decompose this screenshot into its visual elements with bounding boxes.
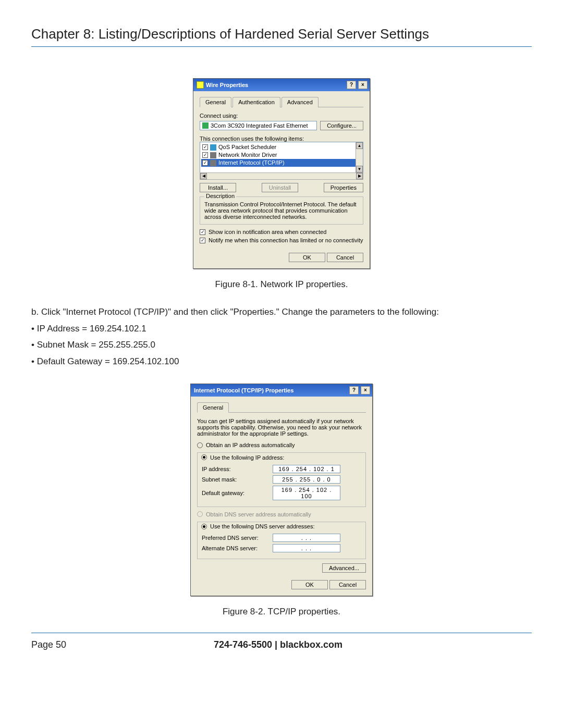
description-text: Transmission Control Protocol/Internet P… bbox=[204, 201, 359, 220]
page-number: Page 50 bbox=[31, 639, 66, 650]
use-ip-row[interactable]: Use the following IP address: bbox=[200, 454, 286, 461]
show-icon-label: Show icon in notification area when conn… bbox=[209, 229, 326, 235]
close-button[interactable]: × bbox=[358, 81, 368, 89]
use-dns-group: Use the following DNS server addresses: … bbox=[197, 522, 366, 560]
use-ip-label: Use the following IP address: bbox=[210, 454, 284, 461]
chapter-title: Chapter 8: Listing/Descriptions of Harde… bbox=[31, 26, 532, 47]
group-title: Description bbox=[204, 193, 236, 199]
tab-advanced[interactable]: Advanced bbox=[282, 97, 319, 107]
help-button[interactable]: ? bbox=[347, 81, 356, 89]
figure-2-caption: Figure 8-2. TCP/IP properties. bbox=[31, 607, 532, 617]
obtain-dns-label: Obtain DNS server address automatically bbox=[206, 511, 311, 517]
pref-dns-label: Preferred DNS server: bbox=[202, 535, 270, 541]
subnet-mask-field[interactable]: 255 . 255 . 0 . 0 bbox=[273, 475, 340, 484]
radio-icon[interactable] bbox=[201, 454, 207, 460]
intro-text: You can get IP settings assigned automat… bbox=[197, 418, 366, 437]
advanced-button[interactable]: Advanced... bbox=[322, 563, 366, 573]
notify-label: Notify me when this connection has limit… bbox=[209, 237, 363, 243]
connect-using-label: Connect using: bbox=[200, 113, 363, 119]
figure-2: Internet Protocol (TCP/IP) Properties ? … bbox=[31, 384, 532, 617]
list-item[interactable]: ✓ QoS Packet Scheduler bbox=[201, 143, 362, 151]
list-item-selected[interactable]: ✓ Internet Protocol (TCP/IP) bbox=[201, 159, 362, 167]
notify-row[interactable]: ✓ Notify me when this connection has lim… bbox=[200, 237, 363, 243]
scroll-down-icon[interactable]: ▼ bbox=[356, 166, 363, 172]
bullet-gateway: • Default Gateway = 169.254.102.100 bbox=[31, 355, 532, 368]
component-icon bbox=[210, 152, 216, 158]
subnet-label: Subnet mask: bbox=[202, 476, 270, 483]
tab-strip: General bbox=[197, 402, 366, 413]
use-dns-label: Use the following DNS server addresses: bbox=[210, 523, 315, 529]
item-label: Network Monitor Driver bbox=[218, 151, 277, 159]
item-label: QoS Packet Scheduler bbox=[218, 143, 276, 151]
app-icon bbox=[197, 81, 204, 89]
items-label: This connection uses the following items… bbox=[200, 135, 363, 142]
ip-address-field[interactable]: 169 . 254 . 102 . 1 bbox=[273, 465, 340, 473]
cancel-button[interactable]: Cancel bbox=[327, 253, 363, 262]
help-button[interactable]: ? bbox=[349, 386, 359, 394]
uninstall-button: Uninstall bbox=[262, 183, 298, 192]
page-footer: Page 50 724-746-5500 | blackbox.com bbox=[31, 633, 532, 650]
scroll-right-icon[interactable]: ▶ bbox=[356, 173, 363, 179]
window-title: Internet Protocol (TCP/IP) Properties bbox=[194, 387, 347, 393]
ok-button[interactable]: OK bbox=[289, 253, 325, 262]
titlebar: Wire Properties ? × bbox=[193, 79, 370, 91]
adapter-name: 3Com 3C920 Integrated Fast Ethernet bbox=[211, 122, 308, 129]
checkbox-icon[interactable]: ✓ bbox=[202, 152, 208, 158]
tab-authentication[interactable]: Authentication bbox=[232, 97, 280, 107]
scrollbar-horizontal[interactable]: ◀ ▶ bbox=[200, 172, 363, 180]
close-button[interactable]: × bbox=[361, 386, 370, 394]
tcpip-properties-dialog: Internet Protocol (TCP/IP) Properties ? … bbox=[190, 384, 373, 596]
nic-icon bbox=[202, 122, 209, 129]
bullet-ip: • IP Address = 169.254.102.1 bbox=[31, 322, 532, 336]
checkbox-icon[interactable]: ✓ bbox=[202, 144, 208, 150]
items-listbox[interactable]: ✓ QoS Packet Scheduler ✓ Network Monitor… bbox=[200, 142, 363, 173]
figure-1-caption: Figure 8-1. Network IP properties. bbox=[31, 279, 532, 290]
component-icon bbox=[210, 160, 216, 166]
gateway-label: Default gateway: bbox=[202, 490, 270, 496]
checkbox-icon[interactable]: ✓ bbox=[202, 160, 208, 166]
checkbox-icon[interactable]: ✓ bbox=[200, 238, 205, 243]
bullet-subnet: • Subnet Mask = 255.255.255.0 bbox=[31, 338, 532, 352]
window-title: Wire Properties bbox=[206, 82, 345, 88]
obtain-dns-row: Obtain DNS server address automatically bbox=[197, 511, 366, 517]
obtain-ip-row[interactable]: Obtain an IP address automatically bbox=[197, 442, 366, 448]
adapter-field: 3Com 3C920 Integrated Fast Ethernet bbox=[200, 121, 317, 130]
radio-icon bbox=[197, 511, 203, 517]
gateway-field[interactable]: 169 . 254 . 102 . 100 bbox=[273, 486, 340, 500]
show-icon-row[interactable]: ✓ Show icon in notification area when co… bbox=[200, 229, 363, 235]
component-icon bbox=[210, 144, 216, 151]
radio-icon[interactable] bbox=[201, 524, 207, 529]
radio-icon[interactable] bbox=[197, 442, 203, 448]
scrollbar-vertical[interactable]: ▲ ▼ bbox=[356, 142, 363, 172]
tab-general[interactable]: General bbox=[200, 97, 231, 107]
cancel-button[interactable]: Cancel bbox=[329, 580, 366, 589]
titlebar: Internet Protocol (TCP/IP) Properties ? … bbox=[191, 384, 372, 397]
ok-button[interactable]: OK bbox=[291, 580, 328, 589]
install-button[interactable]: Install... bbox=[200, 183, 236, 192]
tab-strip: General Authentication Advanced bbox=[200, 96, 363, 107]
configure-button[interactable]: Configure... bbox=[320, 121, 363, 130]
ip-label: IP address: bbox=[202, 466, 270, 472]
use-dns-row[interactable]: Use the following DNS server addresses: bbox=[200, 523, 316, 529]
footer-contact: 724-746-5500 | blackbox.com bbox=[66, 639, 490, 650]
figure-1: Wire Properties ? × General Authenticati… bbox=[31, 78, 532, 290]
pref-dns-field[interactable]: . . . bbox=[273, 534, 340, 542]
instruction-b: b. Click "Internet Protocol (TCP/IP)" an… bbox=[31, 305, 532, 319]
item-label: Internet Protocol (TCP/IP) bbox=[218, 159, 285, 167]
scroll-up-icon[interactable]: ▲ bbox=[356, 142, 363, 149]
alt-dns-label: Alternate DNS server: bbox=[202, 545, 270, 551]
description-group: Description Transmission Control Protoco… bbox=[200, 196, 363, 225]
tab-general[interactable]: General bbox=[197, 402, 229, 413]
checkbox-icon[interactable]: ✓ bbox=[200, 229, 205, 235]
alt-dns-field[interactable]: . . . bbox=[273, 544, 340, 552]
wire-properties-dialog: Wire Properties ? × General Authenticati… bbox=[193, 78, 370, 269]
use-ip-group: Use the following IP address: IP address… bbox=[197, 452, 366, 507]
properties-button[interactable]: Properties bbox=[324, 183, 363, 192]
obtain-ip-label: Obtain an IP address automatically bbox=[206, 442, 295, 448]
list-item[interactable]: ✓ Network Monitor Driver bbox=[201, 151, 362, 159]
scroll-left-icon[interactable]: ◀ bbox=[200, 173, 207, 179]
